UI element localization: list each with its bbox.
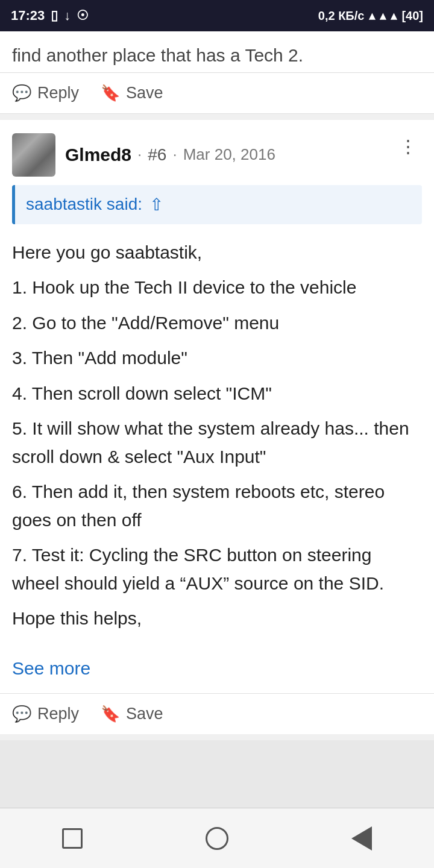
battery-icon: [40] [401, 9, 423, 23]
reply-icon-bottom: 💬 [12, 705, 31, 723]
post-step-5: 5. It will show what the system already … [12, 415, 422, 471]
bookmark-icon-bottom: 🔖 [101, 705, 120, 723]
bookmark-icon: 🔖 [101, 84, 120, 102]
status-left: 17:23 ▯ ↓ ☉ [11, 8, 89, 24]
home-button[interactable] [193, 820, 241, 857]
top-save-button[interactable]: 🔖 Save [101, 84, 163, 102]
top-partial-post: find another place that has a Tech 2. [0, 31, 434, 73]
download-icon: ↓ [64, 8, 71, 24]
status-bar: 17:23 ▯ ↓ ☉ 0,2 КБ/с ▴ ▴ ▴ [40] [0, 0, 434, 31]
back-icon [351, 826, 372, 851]
see-more-link[interactable]: See more [12, 658, 90, 678]
post-step-6: 6. Then add it, then system reboots etc,… [12, 478, 422, 534]
shield-icon: ☉ [77, 8, 89, 24]
bottom-reply-label: Reply [37, 705, 79, 723]
home-icon [206, 827, 228, 850]
top-reply-button[interactable]: 💬 Reply [12, 84, 79, 102]
post-closing: Hope this helps, [12, 605, 422, 633]
section-divider [0, 114, 434, 120]
top-action-bar: 💬 Reply 🔖 Save [0, 73, 434, 114]
recent-apps-icon [62, 828, 83, 849]
separator-dot-1: · [137, 145, 142, 164]
bottom-save-label: Save [126, 705, 163, 723]
android-nav-bar [0, 808, 434, 868]
post-header: Glmed8 · #6 · Mar 20, 2016 ⋮ [0, 120, 434, 183]
post-username[interactable]: Glmed8 [65, 145, 131, 165]
bottom-save-button[interactable]: 🔖 Save [101, 705, 163, 723]
post-step-3: 3. Then "Add module" [12, 344, 422, 373]
post-meta: Glmed8 · #6 · Mar 20, 2016 [65, 145, 422, 165]
speed-indicator: 0,2 КБ/с [318, 9, 365, 23]
post-body: Here you go saabtastik, 1. Hook up the T… [0, 233, 434, 652]
reply-icon: 💬 [12, 84, 31, 102]
wifi-icon: ▴ [391, 8, 397, 23]
screenshot-icon: ▯ [51, 8, 58, 24]
avatar-image [12, 133, 55, 177]
post-number: #6 [148, 145, 166, 165]
post-greeting: Here you go saabtastik, [12, 239, 422, 267]
top-save-label: Save [126, 84, 163, 102]
back-button[interactable] [338, 820, 386, 857]
post-step-1: 1. Hook up the Tech II device to the veh… [12, 274, 422, 302]
post-date: Mar 20, 2016 [183, 145, 275, 164]
quote-link-icon: ⇧ [149, 195, 163, 215]
quote-block[interactable]: saabtastik said: ⇧ [12, 185, 422, 224]
post-step-2: 2. Go to the "Add/Remove" menu [12, 309, 422, 338]
separator-dot-2: · [172, 145, 177, 164]
bottom-action-bar: 💬 Reply 🔖 Save [0, 693, 434, 740]
avatar [12, 133, 55, 177]
top-reply-label: Reply [37, 84, 79, 102]
bottom-reply-button[interactable]: 💬 Reply [12, 705, 79, 723]
more-options-button[interactable]: ⋮ [393, 133, 423, 159]
partial-post-text: find another place that has a Tech 2. [12, 42, 422, 69]
post-step-4: 4. Then scroll down select "ICM" [12, 380, 422, 408]
quote-attribution: saabtastik said: [26, 195, 142, 214]
status-time: 17:23 [11, 8, 45, 24]
status-right: 0,2 КБ/с ▴ ▴ ▴ [40] [318, 8, 423, 23]
post-step-7: 7. Test it: Cycling the SRC button on st… [12, 541, 422, 597]
recent-apps-button[interactable] [48, 820, 96, 857]
see-more-section[interactable]: See more [0, 652, 434, 693]
signal-icon-2: ▴ [380, 8, 386, 23]
signal-icon-1: ▴ [369, 8, 375, 23]
